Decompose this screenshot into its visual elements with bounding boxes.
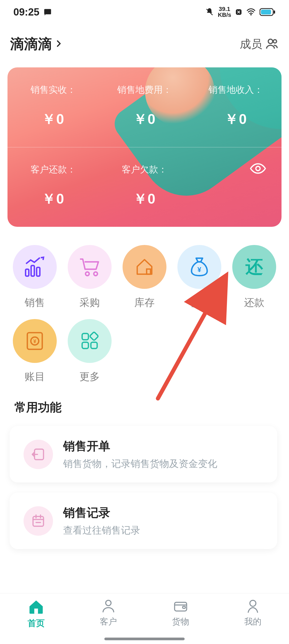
gesture-bar <box>104 638 185 640</box>
toggle-visibility-button[interactable] <box>248 159 268 179</box>
chevron-right-icon <box>54 39 63 49</box>
svg-point-29 <box>250 600 256 607</box>
feature-label: 采购 <box>79 296 100 309</box>
svg-rect-19 <box>82 333 88 340</box>
svg-rect-10 <box>31 266 35 276</box>
ledger-icon: ¥ <box>13 319 57 363</box>
svg-rect-0 <box>44 9 51 14</box>
chart-up-icon <box>13 245 57 289</box>
metric-sales-received: 销售实收： ￥0 <box>7 67 99 147</box>
func-sale-order[interactable]: 销售开单 销售货物，记录销售货物及资金变化 <box>10 426 277 482</box>
feature-purchase[interactable]: 采购 <box>62 245 117 309</box>
svg-rect-5 <box>274 10 275 14</box>
metric-sales-expense: 销售地费用： ￥0 <box>99 67 190 147</box>
svg-point-12 <box>86 272 89 276</box>
feature-label: 还款 <box>244 296 264 309</box>
feature-sales[interactable]: 销售 <box>7 245 62 309</box>
metric-value: ￥0 <box>7 176 99 218</box>
section-title: 常用功能 <box>14 400 282 415</box>
feature-label: 更多 <box>79 370 100 384</box>
svg-rect-28 <box>183 606 185 608</box>
nav-home[interactable]: 首页 <box>0 593 72 644</box>
metric-sales-income: 销售地收入： ￥0 <box>190 67 282 147</box>
home-icon <box>27 598 45 617</box>
feature-ledger[interactable]: ¥ 账目 <box>7 319 62 384</box>
nav-label: 客户 <box>100 616 117 628</box>
status-time: 09:25 <box>13 6 39 18</box>
sim-off-icon <box>235 8 242 16</box>
export-icon <box>24 440 53 469</box>
header-row: 滴滴滴 成员 <box>0 24 289 64</box>
bottom-nav: 首页 客户 货物 我的 <box>0 593 289 644</box>
battery-icon <box>260 8 276 16</box>
house-icon <box>123 245 166 289</box>
svg-rect-9 <box>26 269 29 276</box>
feature-grid: 销售 采购 库存 ¥ 收支 还 还款 ¥ 账目 更多 <box>7 245 282 384</box>
svg-rect-21 <box>91 342 97 348</box>
metric-value: ￥0 <box>99 176 190 218</box>
feature-label: 库存 <box>134 296 155 309</box>
svg-rect-24 <box>33 516 43 526</box>
svg-rect-22 <box>90 332 98 341</box>
metric-label: 销售实收： <box>7 76 99 96</box>
metric-value: ￥0 <box>7 96 99 138</box>
nav-label: 货物 <box>172 616 189 628</box>
metric-label: 销售地费用： <box>99 76 190 96</box>
metric-label: 客户欠款： <box>99 156 190 176</box>
svg-point-7 <box>273 40 276 43</box>
svg-text:¥: ¥ <box>33 338 36 344</box>
feature-label: 账目 <box>25 370 45 384</box>
svg-point-13 <box>94 272 98 276</box>
nav-label: 首页 <box>28 618 45 629</box>
nav-customer[interactable]: 客户 <box>72 593 144 644</box>
metric-customer-repay: 客户还款： ￥0 <box>7 147 99 227</box>
calendar-icon <box>24 506 53 536</box>
glyph-text: 还 <box>245 255 263 279</box>
svg-point-2 <box>250 14 252 15</box>
func-title: 销售记录 <box>63 505 268 521</box>
svg-point-6 <box>268 39 273 44</box>
svg-rect-20 <box>82 342 88 348</box>
metric-customer-debt: 客户欠款： ￥0 <box>99 147 190 227</box>
nav-label: 我的 <box>244 616 261 628</box>
feature-inventory[interactable]: 库存 <box>117 245 172 309</box>
eye-icon <box>250 163 266 175</box>
common-functions-section: 常用功能 <box>14 400 282 415</box>
apps-icon <box>68 319 112 363</box>
cart-icon <box>68 245 112 289</box>
func-desc: 销售货物，记录销售货物及资金变化 <box>63 457 268 470</box>
metric-value: ￥0 <box>190 96 282 138</box>
money-bag-icon: ¥ <box>177 245 221 289</box>
feature-repay[interactable]: 还 还款 <box>227 245 282 309</box>
svg-text:¥: ¥ <box>197 266 201 273</box>
status-bar: 09:25 39.1 KB/s <box>0 0 289 24</box>
svg-rect-11 <box>37 267 40 276</box>
user-icon <box>245 598 261 615</box>
dashboard-card[interactable]: 销售实收： ￥0 销售地费用： ￥0 销售地收入： ￥0 客户还款： ￥0 客户… <box>7 67 282 227</box>
members-button[interactable]: 成员 <box>240 37 279 52</box>
nav-goods[interactable]: 货物 <box>144 593 217 644</box>
svg-point-26 <box>106 600 111 606</box>
svg-rect-4 <box>261 10 271 14</box>
status-right: 39.1 KB/s <box>205 6 276 18</box>
account-switcher[interactable]: 滴滴滴 <box>10 35 63 53</box>
net-speed-unit: KB/s <box>218 12 231 18</box>
function-card-list: 销售开单 销售货物，记录销售货物及资金变化 销售记录 查看过往销售记录 <box>10 426 277 549</box>
members-label: 成员 <box>240 37 262 52</box>
feature-more[interactable]: 更多 <box>62 319 117 384</box>
nav-mine[interactable]: 我的 <box>217 593 289 644</box>
svg-point-8 <box>256 166 260 171</box>
func-title: 销售开单 <box>63 438 268 454</box>
metric-label: 客户还款： <box>7 156 99 176</box>
message-icon <box>43 7 52 17</box>
func-desc: 查看过往销售记录 <box>63 524 268 537</box>
repay-glyph-icon: 还 <box>232 245 276 289</box>
svg-rect-14 <box>147 269 150 274</box>
feature-label: 销售 <box>25 296 45 309</box>
net-speed-value: 39.1 <box>218 6 231 12</box>
svg-rect-25 <box>34 609 38 614</box>
func-sale-record[interactable]: 销售记录 查看过往销售记录 <box>10 493 277 549</box>
status-left: 09:25 <box>13 6 52 18</box>
feature-finance[interactable]: ¥ 收支 <box>172 245 227 309</box>
metric-label: 销售地收入： <box>190 76 282 96</box>
